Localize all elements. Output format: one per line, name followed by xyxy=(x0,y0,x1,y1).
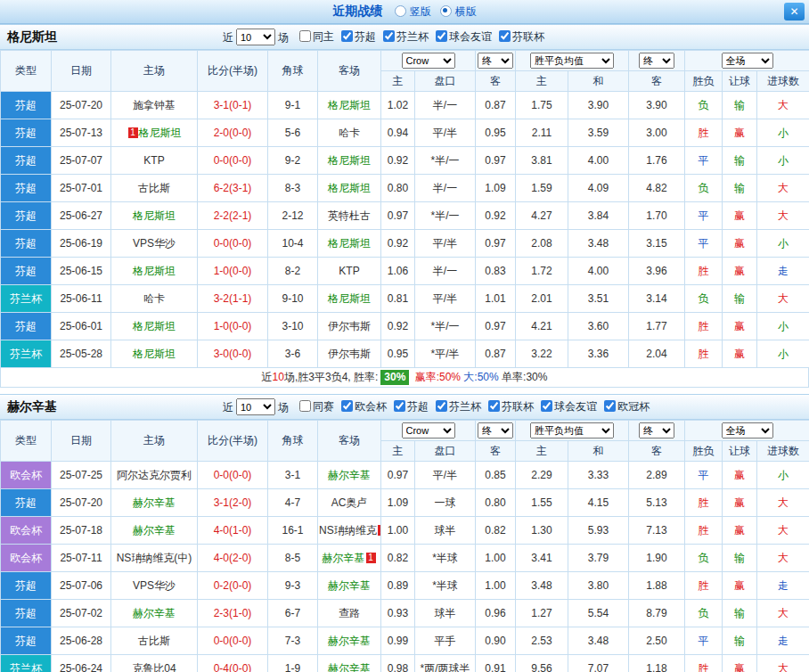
league-filter-checkbox[interactable] xyxy=(499,30,511,42)
league-filter-checkbox[interactable] xyxy=(299,400,311,412)
corners: 5-6 xyxy=(268,119,318,147)
league-filter-checkbox[interactable] xyxy=(383,30,395,42)
league-badge: 芬超 xyxy=(1,119,52,147)
odds-home: 1.00 xyxy=(381,517,415,545)
match-date: 25-07-20 xyxy=(52,489,111,517)
odds-home: 0.81 xyxy=(381,285,415,313)
bookmaker-select[interactable]: Crow xyxy=(402,422,455,438)
league-filter[interactable]: 芬联杯 xyxy=(499,29,544,45)
handicap-result-cell: 输 xyxy=(723,545,757,572)
odds-away: 1.01 xyxy=(476,285,516,313)
close-button[interactable]: ✕ xyxy=(784,3,805,20)
league-filter-checkbox[interactable] xyxy=(541,400,552,412)
match-row: 芬兰杯25-05-28格尼斯坦3-0(0-0)3-6伊尔韦斯0.95*平/半0.… xyxy=(1,340,809,368)
radio-button-selected[interactable] xyxy=(440,5,452,17)
corners: 9-2 xyxy=(268,147,318,175)
column-header: 让球 xyxy=(723,71,757,92)
handicap-result-cell: 赢 xyxy=(723,655,757,672)
avg-draw-odds: 3.60 xyxy=(568,313,629,340)
home-team-name: 格尼斯坦 xyxy=(133,348,176,360)
away-team-name: 格尼斯坦 xyxy=(328,154,371,167)
odds-home: 0.99 xyxy=(381,627,415,655)
dropdown-cell: 终 xyxy=(629,51,685,71)
league-filter-checkbox[interactable] xyxy=(604,400,616,412)
initial-final-select-2[interactable]: 终 xyxy=(639,422,674,438)
league-filter[interactable]: 芬超 xyxy=(394,399,429,414)
radio-label[interactable]: 横版 xyxy=(455,5,477,18)
column-header: 日期 xyxy=(52,51,111,92)
league-filter-label: 同主 xyxy=(313,30,334,43)
result-cell: 平 xyxy=(685,147,723,175)
odds-home: 0.89 xyxy=(381,572,415,600)
league-badge: 芬超 xyxy=(1,202,52,230)
bookmaker-select[interactable]: Crow xyxy=(402,53,455,69)
avg-draw-odds: 3.36 xyxy=(568,340,629,368)
league-filter[interactable]: 同赛 xyxy=(299,399,334,414)
radio-label[interactable]: 竖版 xyxy=(410,5,431,18)
initial-final-select-2[interactable]: 终 xyxy=(639,53,674,69)
goals-cell: 大 xyxy=(757,202,809,230)
recent-count-control: 近10场 xyxy=(223,29,289,45)
match-score: 2-2(2-1) xyxy=(198,202,268,230)
corners: 7-3 xyxy=(268,627,318,655)
avg-type-select[interactable]: 胜平负均值 xyxy=(530,53,614,69)
column-header: 客场 xyxy=(318,51,381,92)
match-count-select[interactable]: 10 xyxy=(236,29,275,45)
match-score: 2-3(1-0) xyxy=(198,600,268,627)
radio-button[interactable] xyxy=(395,5,406,17)
column-header: 主场 xyxy=(111,421,198,462)
league-filter[interactable]: 芬联杯 xyxy=(488,399,534,414)
odds-home: 0.82 xyxy=(381,545,415,572)
avg-away-odds: 2.50 xyxy=(629,627,685,655)
handicap-line: 球半 xyxy=(415,600,476,627)
league-filter[interactable]: 芬兰杯 xyxy=(383,29,429,45)
odds-home: 0.93 xyxy=(381,600,415,627)
result-cell: 胜 xyxy=(685,655,723,672)
away-team-name: 赫尔辛基 xyxy=(328,469,371,481)
league-filter[interactable]: 欧会杯 xyxy=(341,399,387,414)
avg-type-select[interactable]: 胜平负均值 xyxy=(530,422,614,438)
league-filter[interactable]: 同主 xyxy=(299,29,334,45)
odds-away: 0.87 xyxy=(476,340,516,368)
away-team: NS珃纳维克1 xyxy=(318,517,381,545)
odds-away: 0.83 xyxy=(476,258,516,285)
avg-home-odds: 2.11 xyxy=(516,119,568,147)
away-team-name: 英特杜古 xyxy=(328,209,371,222)
avg-draw-odds: 5.93 xyxy=(568,517,629,545)
dropdown-cell: 胜平负均值 xyxy=(516,51,629,71)
league-badge: 芬超 xyxy=(1,230,52,258)
away-team: 格尼斯坦 xyxy=(318,230,381,258)
league-filter[interactable]: 球会友谊 xyxy=(541,399,597,414)
avg-away-odds: 2.04 xyxy=(629,340,685,368)
match-row: 芬超25-06-15格尼斯坦1-0(0-0)8-2KTP1.06半/一0.831… xyxy=(1,258,809,285)
initial-final-select-1[interactable]: 终 xyxy=(478,53,513,69)
away-team: 格尼斯坦 xyxy=(318,92,381,119)
match-score: 3-0(0-0) xyxy=(198,340,268,368)
avg-draw-odds: 3.48 xyxy=(568,230,629,258)
scope-select[interactable]: 全场 xyxy=(722,422,773,438)
league-filter-checkbox[interactable] xyxy=(436,400,447,412)
league-filter[interactable]: 芬超 xyxy=(341,29,376,45)
goals-cell: 走 xyxy=(757,627,809,655)
corners: 16-1 xyxy=(268,517,318,545)
league-filter-checkbox[interactable] xyxy=(299,30,311,42)
match-row: 芬超25-06-19VPS华沙0-0(0-0)10-4格尼斯坦0.92平/半0.… xyxy=(1,230,809,258)
result-cell: 胜 xyxy=(685,340,723,368)
league-filter[interactable]: 欧冠杯 xyxy=(604,399,650,414)
goals-cell: 小 xyxy=(757,462,809,489)
match-count-select[interactable]: 10 xyxy=(236,398,275,415)
league-filter-checkbox[interactable] xyxy=(341,400,353,412)
match-score: 3-2(1-1) xyxy=(198,285,268,313)
league-filter-checkbox[interactable] xyxy=(341,30,353,42)
league-filter[interactable]: 球会友谊 xyxy=(436,29,492,45)
initial-final-select-1[interactable]: 终 xyxy=(478,422,513,438)
league-filter-checkbox[interactable] xyxy=(394,400,405,412)
scope-select[interactable]: 全场 xyxy=(722,53,773,69)
win-rate-badge: 30% xyxy=(380,370,409,385)
column-header: 主 xyxy=(516,441,568,462)
column-header: 胜负 xyxy=(685,441,723,462)
league-filter[interactable]: 芬兰杯 xyxy=(436,399,481,414)
league-filter-checkbox[interactable] xyxy=(436,30,447,42)
match-score: 0-0(0-0) xyxy=(198,462,268,489)
league-filter-checkbox[interactable] xyxy=(488,400,500,412)
